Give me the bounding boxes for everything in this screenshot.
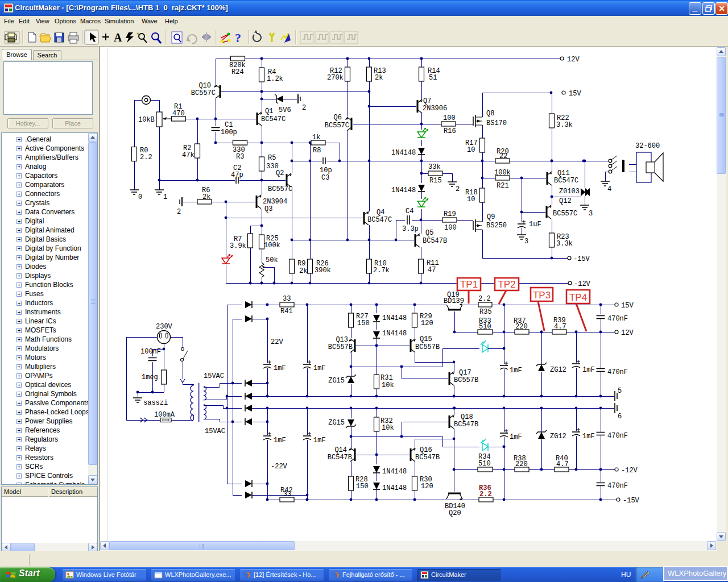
svg-text:Q13: Q13 <box>336 336 348 344</box>
svg-text:100k: 100k <box>264 242 280 250</box>
svg-text:10k: 10k <box>382 381 394 389</box>
svg-text:1mF: 1mF <box>313 364 326 372</box>
svg-text:R9: R9 <box>297 260 305 268</box>
svg-text:ZG12: ZG12 <box>550 366 566 374</box>
svg-text:10kB: 10kB <box>138 116 155 124</box>
svg-text:10k: 10k <box>382 424 394 432</box>
svg-text:BS170: BS170 <box>486 119 507 127</box>
svg-text:BC557C: BC557C <box>191 89 216 97</box>
svg-text:?: ? <box>235 31 241 45</box>
svg-text:510: 510 <box>478 460 491 468</box>
svg-text:470: 470 <box>172 110 185 118</box>
svg-text:BC547C: BC547C <box>261 115 286 123</box>
svg-text:12V: 12V <box>567 56 580 64</box>
svg-text:2k: 2k <box>375 74 383 82</box>
svg-text:1mF: 1mF <box>510 433 522 441</box>
svg-text:1k: 1k <box>312 134 320 142</box>
svg-text:-12V: -12V <box>574 280 591 288</box>
svg-text:2: 2 <box>456 185 460 193</box>
svg-text:R3: R3 <box>236 153 244 161</box>
svg-text:BC547C: BC547C <box>367 216 392 224</box>
svg-text:BC547B: BC547B <box>423 237 447 245</box>
svg-text:1N4148: 1N4148 <box>382 468 407 476</box>
svg-text:1mF: 1mF <box>274 364 286 372</box>
svg-text:3: 3 <box>589 210 593 218</box>
svg-text:sasszi: sasszi <box>143 399 168 407</box>
svg-text:BC547C: BC547C <box>554 177 578 185</box>
svg-text:R5: R5 <box>268 154 276 162</box>
svg-text:R15: R15 <box>429 177 442 185</box>
svg-text:R8: R8 <box>313 147 321 155</box>
svg-text:Q10: Q10 <box>198 82 211 90</box>
svg-text:BC557C: BC557C <box>325 122 349 130</box>
svg-text:2k: 2k <box>202 193 210 201</box>
svg-text:Q17: Q17 <box>459 369 471 377</box>
svg-text:50k: 50k <box>266 256 278 264</box>
svg-text:Q12: Q12 <box>559 197 572 205</box>
svg-text:C1: C1 <box>225 121 233 129</box>
svg-text:BC547B: BC547B <box>328 454 352 462</box>
svg-text:33k: 33k <box>428 163 441 171</box>
svg-text:100: 100 <box>444 224 457 232</box>
svg-text:470nF: 470nF <box>607 368 628 376</box>
svg-text:TP4: TP4 <box>569 292 587 303</box>
svg-text:BC557C: BC557C <box>268 185 292 193</box>
svg-text:BC547B: BC547B <box>454 421 478 429</box>
svg-text:1mF: 1mF <box>313 436 326 444</box>
svg-text:C4: C4 <box>406 207 413 215</box>
svg-text:C3: C3 <box>321 174 329 182</box>
svg-text:Q1: Q1 <box>265 107 273 115</box>
svg-text:R41: R41 <box>280 307 293 315</box>
svg-text:100: 100 <box>443 114 456 122</box>
svg-text:1mF: 1mF <box>274 436 286 444</box>
svg-text:BC547B: BC547B <box>415 454 440 462</box>
svg-text:Q16: Q16 <box>420 446 432 454</box>
svg-text:10: 10 <box>467 146 475 154</box>
svg-text:2.2: 2.2 <box>479 490 492 498</box>
svg-text:100k: 100k <box>494 169 511 177</box>
svg-text:Q11: Q11 <box>557 169 570 177</box>
svg-text:15V: 15V <box>569 90 581 98</box>
svg-text:32-600: 32-600 <box>635 142 660 150</box>
svg-text:Q8: Q8 <box>486 110 494 118</box>
svg-text:R19: R19 <box>444 210 456 218</box>
svg-text:Q18: Q18 <box>461 413 473 421</box>
svg-text:ZG15: ZG15 <box>328 419 345 427</box>
svg-text:15VAC: 15VAC <box>204 372 224 380</box>
svg-text:510: 510 <box>479 323 491 331</box>
svg-text:1uF: 1uF <box>529 221 541 228</box>
svg-text:BD139: BD139 <box>444 297 464 305</box>
svg-text:1N4148: 1N4148 <box>382 314 407 322</box>
svg-text:470nF: 470nF <box>607 482 628 490</box>
svg-text:ZG15: ZG15 <box>328 377 345 385</box>
svg-text:TP2: TP2 <box>498 279 515 290</box>
svg-text:3.3k: 3.3k <box>556 240 573 248</box>
svg-text:470nF: 470nF <box>607 315 628 323</box>
svg-text:47: 47 <box>428 266 436 274</box>
svg-text:A: A <box>114 31 122 44</box>
svg-text:2k: 2k <box>299 267 307 275</box>
svg-text:15VAC: 15VAC <box>205 427 225 435</box>
svg-text:4.7: 4.7 <box>556 460 569 468</box>
svg-text:470nF: 470nF <box>607 432 628 440</box>
svg-text:3.3k: 3.3k <box>556 121 573 129</box>
svg-text:220: 220 <box>515 460 528 468</box>
svg-text:Q9: Q9 <box>487 213 495 221</box>
svg-text:TP1: TP1 <box>460 279 478 290</box>
svg-text:Q20: Q20 <box>449 509 461 517</box>
svg-text:22: 22 <box>499 152 507 160</box>
svg-text:33: 33 <box>283 490 291 498</box>
svg-text:1N4148: 1N4148 <box>382 484 407 492</box>
svg-text:BC557B: BC557B <box>328 343 353 351</box>
svg-text:3: 3 <box>524 238 528 246</box>
svg-text:10p: 10p <box>320 167 332 174</box>
svg-text:390k: 390k <box>315 267 331 275</box>
svg-text:R35: R35 <box>479 308 492 316</box>
svg-text:Q15: Q15 <box>420 335 432 343</box>
svg-text:3.9k: 3.9k <box>230 242 246 250</box>
svg-text:1mF: 1mF <box>510 367 522 375</box>
svg-text:Q7: Q7 <box>423 97 431 105</box>
svg-text:120: 120 <box>421 319 433 327</box>
svg-text:100mA: 100mA <box>154 411 175 419</box>
svg-text:150: 150 <box>357 319 370 327</box>
